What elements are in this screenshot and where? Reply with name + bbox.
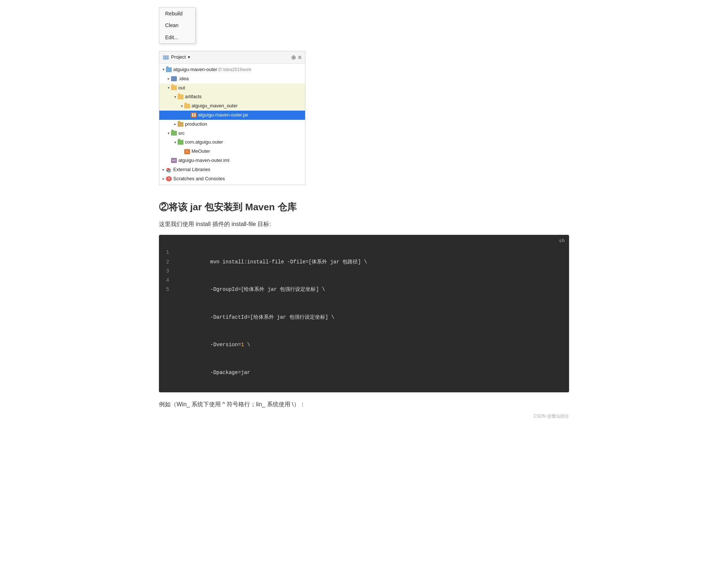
idea-folder-icon xyxy=(171,76,177,81)
meouter-label: MeOuter xyxy=(192,148,210,155)
atguigu-maven-outer-folder-icon xyxy=(184,104,190,108)
section-heading: ②将该 jar 包安装到 Maven 仓库 xyxy=(159,200,569,215)
iml-label: atguigu-maven-outer.iml xyxy=(178,157,229,164)
production-folder-icon xyxy=(178,122,183,127)
artifacts-label: artifacts xyxy=(185,93,202,101)
code-line-5: -Dpackage=jar xyxy=(179,359,563,387)
project-panel-title: Project ▾ xyxy=(163,53,190,61)
production-label: production xyxy=(185,121,207,128)
out-label: out xyxy=(178,84,185,92)
bottom-note: 例如（Win_ 系统下使用 ^ 符号格行；lin_ 系统使用 \）： xyxy=(159,400,569,409)
project-folder-icon xyxy=(163,55,169,60)
src-arrow xyxy=(166,130,171,136)
project-panel-title-label: Project xyxy=(171,53,186,61)
idea-arrow xyxy=(166,76,171,82)
scratches-icon: ✎ xyxy=(166,176,172,181)
package-arrow xyxy=(172,140,178,145)
root-folder-icon xyxy=(166,67,172,72)
jar-file-icon xyxy=(191,112,197,118)
tree-item-root[interactable]: atguigu-maven-outer D:\idea2019work xyxy=(159,65,305,74)
context-menu-rebuild[interactable]: Rebuild xyxy=(159,8,195,19)
code-block: sh 1 2 3 4 5 mvn install:install-file -D… xyxy=(159,235,569,393)
panel-add-button[interactable]: ⊕ xyxy=(291,54,296,61)
idea-label: .idea xyxy=(178,75,189,83)
root-arrow xyxy=(161,67,166,73)
tree-item-artifacts[interactable]: artifacts xyxy=(159,92,305,101)
artifacts-arrow xyxy=(172,94,178,100)
code-line-3: -DartifactId=[给体系外 jar 包强行设定坐标] \ xyxy=(179,303,563,331)
footer-text: CSDN @魔仙踏合 xyxy=(533,414,569,419)
code-line-4: -Dversion=1 \ xyxy=(179,331,563,359)
atguigu-maven-outer-folder-arrow xyxy=(179,103,184,109)
root-label: atguigu-maven-outer xyxy=(173,66,217,74)
tree-item-extlib[interactable]: 📚 External Libraries xyxy=(159,165,305,174)
panel-settings-button[interactable]: ≡ xyxy=(298,54,301,61)
scratches-label: Scratches and Consoles xyxy=(173,175,225,183)
package-label: com.atguigu.outer xyxy=(185,138,223,146)
code-block-header: sh xyxy=(159,235,569,245)
page-footer: CSDN @魔仙踏合 xyxy=(159,409,569,420)
scratches-arrow xyxy=(161,176,166,182)
code-content: mvn install:install-file -Dfile=[体系外 jar… xyxy=(174,248,569,386)
artifacts-folder-icon xyxy=(178,95,183,99)
code-body: 1 2 3 4 5 mvn install:install-file -Dfil… xyxy=(159,244,569,392)
root-path: D:\idea2019work xyxy=(217,66,251,73)
line-num-5: 5 xyxy=(163,285,169,294)
src-folder-icon xyxy=(171,131,177,136)
tree-item-meouter[interactable]: c MeOuter xyxy=(159,147,305,156)
code-lang-label: sh xyxy=(559,237,565,245)
tree-item-iml[interactable]: iml atguigu-maven-outer.iml xyxy=(159,156,305,165)
tree-item-out[interactable]: out xyxy=(159,84,305,93)
jar-label: atguigu-maven-outer.jar xyxy=(198,111,248,119)
project-panel: Project ▾ ⊕ ≡ atguigu-maven-outer D:\ide… xyxy=(159,51,305,185)
iml-file-icon: iml xyxy=(171,158,177,163)
line-numbers: 1 2 3 4 5 xyxy=(159,248,174,386)
line-num-4: 4 xyxy=(163,276,169,285)
tree-item-jar[interactable]: atguigu-maven-outer.jar xyxy=(159,111,305,120)
page-container: Rebuild Clean Edit... Project ▾ ⊕ ≡ atgu… xyxy=(144,0,584,434)
project-tree: atguigu-maven-outer D:\idea2019work .ide… xyxy=(159,64,305,185)
line-num-3: 3 xyxy=(163,267,169,276)
line-num-2: 2 xyxy=(163,258,169,267)
out-arrow xyxy=(166,85,171,91)
tree-item-package[interactable]: com.atguigu.outer xyxy=(159,138,305,147)
tree-item-src[interactable]: src xyxy=(159,129,305,138)
section-intro: 这里我们使用 install 插件的 install-file 目标: xyxy=(159,219,569,229)
package-folder-icon xyxy=(178,140,183,145)
extlib-icon: 📚 xyxy=(166,167,172,172)
context-menu-edit[interactable]: Edit... xyxy=(159,32,195,43)
extlib-label: External Libraries xyxy=(173,166,210,174)
line-num-1: 1 xyxy=(163,248,169,257)
meouter-class-icon: c xyxy=(184,149,190,154)
tree-item-scratches[interactable]: ✎ Scratches and Consoles xyxy=(159,174,305,184)
atguigu-maven-outer-folder-label: atguigu_maven_outer xyxy=(192,102,238,110)
project-panel-header: Project ▾ ⊕ ≡ xyxy=(159,51,305,64)
production-arrow xyxy=(172,121,178,127)
code-line-1: mvn install:install-file -Dfile=[体系外 jar… xyxy=(179,248,563,276)
tree-item-production[interactable]: production xyxy=(159,120,305,129)
project-panel-dropdown-icon[interactable]: ▾ xyxy=(188,54,190,61)
tree-item-atguigu-maven-outer-folder[interactable]: atguigu_maven_outer xyxy=(159,101,305,111)
code-line-2: -DgroupId=[给体系外 jar 包强行设定坐标] \ xyxy=(179,276,563,304)
out-folder-icon xyxy=(171,85,177,90)
context-menu: Rebuild Clean Edit... xyxy=(159,7,196,44)
src-label: src xyxy=(178,130,185,137)
panel-actions: ⊕ ≡ xyxy=(291,54,301,61)
extlib-arrow xyxy=(161,167,166,173)
tree-item-idea[interactable]: .idea xyxy=(159,74,305,84)
context-menu-clean[interactable]: Clean xyxy=(159,19,195,31)
